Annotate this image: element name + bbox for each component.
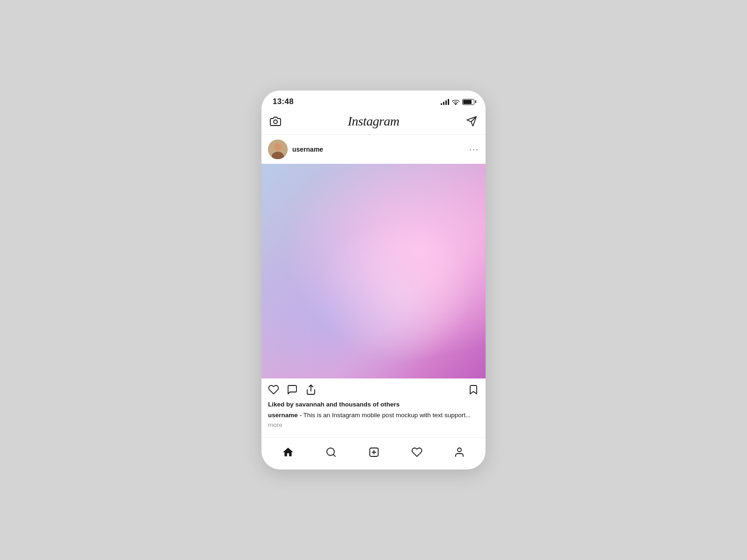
like-button[interactable] [268, 384, 279, 395]
caption-username: username [268, 412, 298, 419]
app-header: Instagram [261, 110, 486, 135]
caption-text: username - This is an Instagram mobile p… [268, 411, 479, 430]
nav-home-button[interactable] [277, 444, 299, 460]
signal-icon [441, 99, 449, 105]
svg-point-13 [458, 448, 461, 452]
svg-point-0 [455, 104, 456, 105]
nav-activity-button[interactable] [407, 445, 427, 460]
liked-by: Liked by savannah and thousands of other… [268, 401, 479, 408]
nav-add-button[interactable] [364, 445, 384, 460]
nav-profile-button[interactable] [449, 445, 470, 460]
status-bar: 13:48 [261, 91, 486, 110]
post-more-button[interactable]: ··· [469, 145, 479, 154]
heart-nav-icon [411, 447, 423, 458]
bottom-nav [261, 437, 486, 469]
svg-point-1 [274, 120, 277, 124]
post-username[interactable]: username [292, 146, 323, 153]
post-user-info: username [268, 140, 323, 159]
search-icon [325, 447, 337, 458]
avatar-image [268, 140, 288, 159]
bookmark-icon [468, 384, 479, 395]
dm-button[interactable] [466, 116, 477, 127]
caption-section: Liked by savannah and thousands of other… [261, 401, 486, 437]
more-icon: ··· [469, 145, 479, 154]
caption-more[interactable]: more [268, 421, 282, 428]
paper-plane-icon [466, 116, 477, 127]
app-logo: Instagram [348, 114, 400, 129]
svg-line-9 [333, 454, 335, 456]
comment-icon [287, 384, 298, 395]
post-image-gradient [261, 164, 486, 378]
caption-body: - This is an Instagram mobile post mocku… [298, 412, 471, 419]
share-icon [305, 384, 317, 395]
svg-point-5 [274, 143, 282, 151]
home-icon [282, 446, 294, 458]
save-button[interactable] [468, 384, 479, 395]
profile-icon [454, 447, 465, 458]
wifi-icon [452, 99, 459, 105]
share-button[interactable] [305, 384, 317, 395]
camera-icon [270, 116, 281, 127]
avatar[interactable] [268, 140, 288, 159]
battery-icon [462, 99, 474, 105]
status-icons [441, 99, 474, 105]
post-image [261, 164, 486, 378]
add-icon [368, 447, 380, 458]
heart-icon [268, 384, 279, 395]
nav-search-button[interactable] [321, 445, 341, 460]
camera-button[interactable] [270, 116, 281, 127]
post-header: username ··· [261, 135, 486, 164]
phone-frame: 13:48 Insta [261, 91, 486, 469]
action-left [268, 384, 317, 395]
comment-button[interactable] [287, 384, 298, 395]
status-time: 13:48 [273, 97, 294, 106]
action-bar [261, 378, 486, 401]
